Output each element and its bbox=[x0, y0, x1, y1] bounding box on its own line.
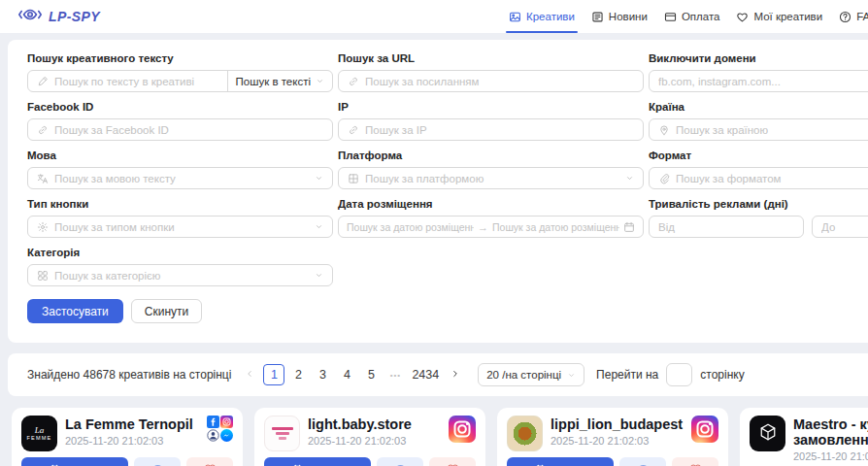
eye-icon bbox=[637, 461, 650, 466]
format-input[interactable]: Пошук за форматом bbox=[649, 167, 868, 189]
favorite-button[interactable] bbox=[186, 457, 233, 466]
language-input[interactable]: Пошук за мовою тексту bbox=[27, 167, 333, 189]
creative-card: light.baby.store2025-11-20 21:02:033 day… bbox=[254, 408, 485, 466]
filter-url: Пошук за URLПошук за посиланням bbox=[338, 52, 644, 92]
views-button[interactable] bbox=[134, 457, 181, 466]
views-button[interactable] bbox=[377, 457, 423, 466]
pagination-page-5[interactable]: 5 bbox=[360, 364, 382, 385]
filter-exclude-domains: Виключити домениfb.com, instagram.com... bbox=[649, 52, 868, 92]
pagination-page-2434[interactable]: 2434 bbox=[409, 364, 442, 385]
filter-format: ФорматПошук за форматом bbox=[649, 150, 868, 189]
goto-page-input[interactable] bbox=[666, 363, 692, 386]
page-size-value: 20 /на сторінці bbox=[486, 369, 561, 381]
instagram-icon bbox=[449, 416, 476, 443]
category-input[interactable]: Пошук за категорією bbox=[27, 264, 333, 286]
filter-label-url: Пошук за URL bbox=[338, 52, 644, 64]
placeholder-text: Пошук за форматом bbox=[676, 173, 868, 184]
chevron-left-icon bbox=[245, 368, 254, 382]
nav-item-оплата[interactable]: Оплата bbox=[664, 0, 720, 33]
heart-icon bbox=[447, 461, 459, 466]
platform-input[interactable]: Пошук за платформою bbox=[338, 167, 644, 189]
chevron-down-icon bbox=[315, 222, 323, 231]
pagination-page-2[interactable]: 2 bbox=[287, 364, 309, 385]
views-button[interactable] bbox=[619, 457, 666, 466]
facebook-id-input[interactable]: Пошук за Facebook ID bbox=[27, 118, 333, 141]
chevron-down-icon bbox=[315, 174, 323, 183]
card-header: lippi_lion_budapest2025-11-20 21:02:03 bbox=[507, 416, 718, 451]
page-size-select[interactable]: 20 /на сторінці bbox=[478, 363, 584, 386]
link-icon bbox=[348, 124, 359, 136]
apply-button[interactable]: Застосувати bbox=[27, 299, 123, 323]
eye-logo-icon bbox=[17, 6, 43, 27]
reset-button[interactable]: Скинути bbox=[131, 299, 202, 323]
filter-country: КраїнаПошук за країною bbox=[649, 101, 868, 141]
ip-input[interactable]: Пошук за IP bbox=[338, 118, 644, 141]
pagination-ellipsis: ••• bbox=[384, 364, 406, 385]
nav-item-новини[interactable]: Новини bbox=[591, 0, 648, 33]
profile-icon bbox=[207, 429, 219, 442]
header: LP-SPY КреативиНовиниОплатаМої креативиF… bbox=[0, 0, 868, 33]
filter-label-platform: Платформа bbox=[338, 150, 644, 161]
creative-text-input[interactable]: Пошук по тексту в креативіПошук в тексті bbox=[27, 70, 333, 92]
placement-date-input[interactable]: Пошук за датою розміщення→Пошук за датою… bbox=[338, 216, 644, 238]
chevron-right-icon bbox=[451, 368, 460, 382]
card-timestamp: 2025-11-20 21:02:03 bbox=[308, 435, 441, 447]
pagination-prev[interactable] bbox=[239, 364, 260, 385]
favorite-button[interactable] bbox=[429, 457, 476, 466]
card-title: замовлення в Ужго bbox=[793, 432, 868, 448]
filter-placement-date: Дата розміщенняПошук за датою розміщення… bbox=[338, 198, 644, 238]
pagination-page-1[interactable]: 1 bbox=[263, 364, 284, 385]
avatar-text: La bbox=[35, 426, 45, 435]
results-bar: Знайдено 48678 креативів на сторінці 123… bbox=[8, 353, 868, 396]
card-actions: 0 days bbox=[507, 457, 718, 466]
filter-label-creative-text: Пошук креативного тексту bbox=[27, 52, 333, 64]
pagination-next[interactable] bbox=[445, 364, 466, 385]
days-badge-button[interactable]: 0 days bbox=[507, 457, 614, 466]
card-platforms bbox=[207, 416, 233, 451]
days-badge-button[interactable]: 3 days bbox=[264, 457, 371, 466]
chevron-down-icon bbox=[567, 371, 576, 380]
lp-spy-logo[interactable]: LP-SPY bbox=[17, 6, 100, 27]
image-icon bbox=[509, 11, 521, 23]
filter-duration: Тривалість реклами (дні)ВідДо bbox=[649, 198, 868, 238]
creative-card: lippi_lion_budapest2025-11-20 21:02:030 … bbox=[497, 408, 728, 466]
instagram-icon bbox=[220, 416, 233, 428]
placeholder-text: fb.com, instagram.com... bbox=[658, 76, 868, 87]
filter-ip: IPПошук за IP bbox=[338, 101, 644, 141]
days-badge-button[interactable]: 3 days bbox=[21, 457, 128, 466]
card-info: lippi_lion_budapest2025-11-20 21:02:03 bbox=[551, 416, 684, 451]
filter-button-type: Тип кнопкиПошук за типом кнопки bbox=[27, 198, 333, 238]
nav-item-креативи[interactable]: Креативи bbox=[509, 0, 575, 33]
pagination: 12345•••2434 bbox=[239, 364, 466, 385]
favorite-button[interactable] bbox=[672, 457, 718, 466]
avatar: LaFEMME bbox=[21, 416, 57, 451]
text-search-mode-select[interactable]: Пошук в тексті bbox=[227, 71, 332, 91]
chevron-down-icon bbox=[625, 174, 634, 183]
filter-label-category: Категорія bbox=[27, 247, 333, 258]
goto-label-suffix: сторінку bbox=[700, 368, 744, 382]
chevron-down-icon bbox=[316, 77, 324, 85]
avatar bbox=[507, 416, 543, 451]
card-info: La Femme Ternopil2025-11-20 21:02:03 bbox=[65, 416, 199, 451]
card-actions: 3 days bbox=[21, 457, 233, 466]
messenger-icon bbox=[220, 429, 233, 442]
text-search-mode-value: Пошук в тексті bbox=[236, 76, 311, 87]
nav-item-мої-креативи[interactable]: Мої креативи bbox=[736, 0, 822, 33]
filter-label-language: Мова bbox=[27, 150, 333, 161]
duration-to-input[interactable]: До bbox=[812, 216, 868, 238]
duration-from-input[interactable]: Від bbox=[649, 216, 804, 238]
pagination-page-3[interactable]: 3 bbox=[312, 364, 333, 385]
card-icon bbox=[664, 11, 677, 23]
url-input[interactable]: Пошук за посиланням bbox=[338, 70, 644, 92]
nav-item-faq[interactable]: FAQ bbox=[839, 0, 868, 33]
platform-icon bbox=[348, 173, 359, 184]
nav-item-label: FAQ bbox=[856, 11, 868, 22]
filter-label-ip: IP bbox=[338, 101, 644, 113]
card-timestamp: 2025-11-20 21:02:03 bbox=[65, 435, 199, 447]
button-type-input[interactable]: Пошук за типом кнопки bbox=[27, 216, 333, 238]
exclude-domains-input[interactable]: fb.com, instagram.com... bbox=[649, 70, 868, 92]
pagination-page-4[interactable]: 4 bbox=[336, 364, 357, 385]
creative-text-text-input[interactable]: Пошук по тексту в креативі bbox=[28, 76, 221, 87]
country-input[interactable]: Пошук за країною bbox=[649, 118, 868, 141]
eye-icon bbox=[151, 461, 164, 466]
